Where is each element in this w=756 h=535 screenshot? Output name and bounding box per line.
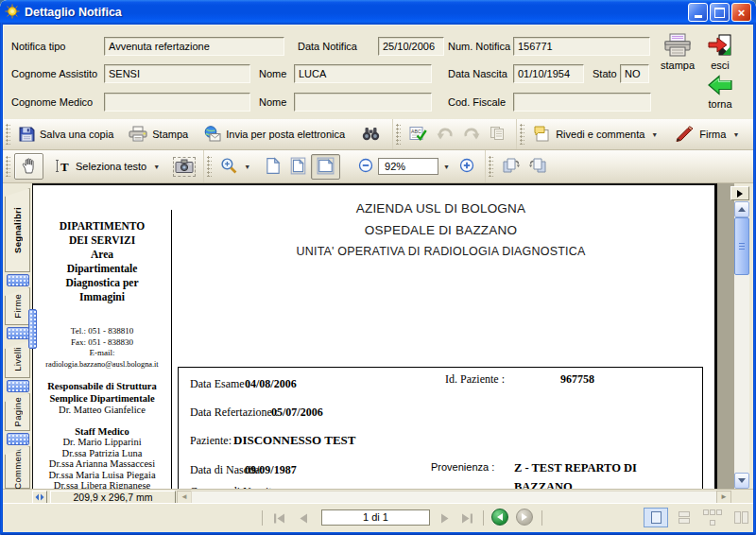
binoculars-icon [362,127,380,143]
cognome-assistito-label: Cognome Assistito [11,68,97,79]
stato-field[interactable]: NO [620,64,649,83]
select-text-button[interactable]: T Seleziona testo ▼ [50,157,164,177]
facing-icon [742,511,748,524]
review-comment-label: Rivedi e commenta [556,129,644,140]
next-view-button[interactable] [516,509,533,526]
actual-size-button[interactable] [261,155,285,179]
data-nascita-field[interactable]: 01/10/1954 [513,64,584,83]
toolbar-grip[interactable] [489,156,493,177]
tab-grip[interactable] [7,380,29,392]
data-nascita-label: Data Nascita [448,68,507,79]
num-notifica-field[interactable]: 156771 [513,37,650,56]
tab-livelli[interactable]: Livelli [5,340,30,378]
pane-menu-arrow-icon [737,190,743,198]
column-divider [171,210,172,489]
id-paziente-value: 967758 [560,372,594,387]
hscroll-left-button[interactable]: ◄ [177,491,192,504]
minimize-button[interactable] [688,3,708,22]
hand-tool-button[interactable] [14,153,43,180]
toolbar-grip[interactable] [6,124,10,145]
fit-width-button[interactable] [311,154,340,180]
data-refertazione-value: 05/07/2006 [271,406,323,420]
zoom-in-button[interactable] [455,156,479,177]
previous-view-button[interactable] [491,509,508,526]
nome-assistito-field[interactable]: LUCA [294,64,432,83]
email-button[interactable]: Invia per posta elettronica [198,124,350,146]
staff-member: Dr.ssa Libera Rignanese [33,480,171,489]
single-page-layout-button[interactable] [644,508,668,527]
close-button[interactable]: × [731,3,751,22]
zoom-level-input[interactable]: 92% [378,158,438,175]
window-title: Dettaglio Notifica [25,6,122,19]
last-page-button[interactable] [458,512,475,524]
search-button[interactable] [357,125,385,145]
fit-page-button[interactable] [285,155,311,179]
continuous-facing-layout-button[interactable] [700,508,725,527]
save-copy-button[interactable]: Salva una copia [14,124,118,146]
nome-assistito-label: Nome [259,68,286,79]
toolbar-grip[interactable] [207,156,212,177]
tab-segnalibri[interactable]: Segnalibri [5,188,30,272]
vertical-scrollbar[interactable] [734,201,749,489]
hscroll-right-button[interactable]: ► [716,491,731,504]
cod-fiscale-field[interactable] [513,93,651,112]
staff-list: Staff Medico Dr. Mario Lipparini Dr.ssa … [33,426,171,490]
next-view-page-button[interactable] [524,155,552,178]
esci-button[interactable]: esci [701,33,739,71]
scroll-down-button[interactable] [734,473,749,489]
torna-button[interactable]: torna [701,75,739,110]
pane-resize-button[interactable] [32,491,47,504]
tab-firme[interactable]: Firme [5,287,30,325]
copy-button[interactable] [485,124,510,145]
snapshot-button[interactable] [173,157,196,177]
clipped-report-line: Comune di Nascita: [190,485,280,489]
data-esame-label: Data Esame : [190,377,250,391]
redo-button[interactable] [458,125,485,144]
facing-layout-button[interactable] [729,508,753,527]
data-esame-value: 04/08/2006 [245,377,297,391]
data-notifica-field[interactable]: 25/10/2006 [378,37,444,56]
tab-grip[interactable] [7,433,29,445]
previous-view-page-button[interactable] [497,155,524,178]
zoom-dropdown-icon[interactable]: ▼ [443,164,450,170]
continuous-layout-button[interactable] [672,508,696,527]
page-indicator-input[interactable]: 1 di 1 [321,509,430,526]
nome-medico-field[interactable] [294,93,432,112]
scroll-up-button[interactable] [734,201,749,217]
id-paziente-label: Id. Paziente : [445,372,505,387]
pen-icon [675,126,695,144]
vertical-scroll-thumb[interactable] [734,217,749,275]
maximize-button[interactable] [710,3,730,22]
review-comment-button[interactable]: Rivedi e commenta ▼ [528,124,662,146]
previous-page-button[interactable] [295,512,312,524]
toolbar-grip[interactable] [520,124,524,145]
horizontal-scrollbar[interactable] [191,491,717,504]
sign-button[interactable]: Firma ▼ [670,124,744,146]
next-page-button[interactable] [437,512,454,524]
resize-arrows-icon [35,493,44,501]
printer-icon [663,33,692,59]
num-notifica-label: Num. Notifica [448,41,510,52]
stampa-button[interactable]: stampa [656,33,699,71]
cognome-assistito-field[interactable]: SENSI [104,64,250,83]
view-toolbar: T Seleziona testo ▼ [3,150,753,183]
pdf-page[interactable]: AZIENDA USL DI BOLOGNA OSPEDALE DI BAZZA… [32,183,717,489]
tab-pagine[interactable]: Pagine [5,393,30,431]
cognome-medico-field[interactable] [104,93,250,112]
toolbar-grip[interactable] [6,156,10,177]
tab-grip[interactable] [7,327,29,339]
pane-menu-button[interactable] [730,186,749,200]
print-button[interactable]: Stampa [124,124,193,146]
spellcheck-button[interactable]: ABC [404,124,432,146]
zoom-out-button[interactable] [353,156,378,177]
pane-splitter-grip[interactable] [28,309,37,349]
notifica-tipo-field[interactable]: Avvenuta refertazione [104,37,284,56]
tab-grip[interactable] [7,274,29,286]
zoom-tool-button[interactable]: ▼ [215,155,255,178]
staff-member: Dr.ssa Arianna Massaccesi [33,458,171,470]
toolbar-grip[interactable] [396,124,401,145]
arrow-down-icon [738,478,746,483]
first-page-button[interactable] [270,512,287,524]
undo-button[interactable] [432,125,458,144]
tab-commenti[interactable]: Commenti [5,446,30,489]
